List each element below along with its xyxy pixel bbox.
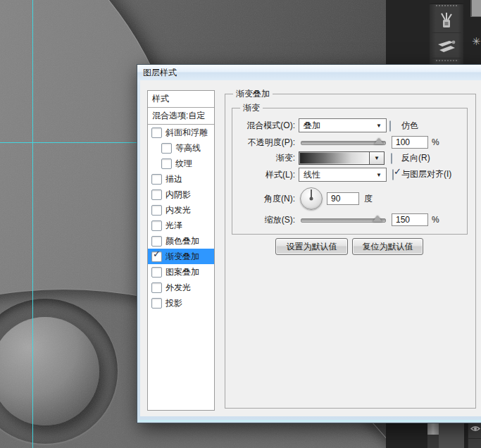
sidebar-item-label: 渐变叠加 (165, 251, 199, 263)
drop-shadow-checkbox[interactable] (151, 298, 162, 309)
dialog-content: 样式 混合选项:自定 斜面和浮雕 等高线 纹理 (140, 80, 481, 416)
icon-panel-dock (430, 0, 463, 64)
brush-presets-icon[interactable] (432, 34, 461, 58)
sidebar-item-color-overlay[interactable]: 颜色叠加 (148, 233, 214, 249)
check-icon: ✓ (153, 249, 161, 259)
scale-slider-thumb[interactable] (373, 216, 382, 222)
dock-header (430, 0, 463, 4)
gradient-subgroup-title: 渐变 (240, 103, 263, 113)
panel-corner-fragment (470, 0, 481, 17)
align-with-layer-checkbox[interactable]: ✓ (392, 169, 394, 180)
dither-label: 仿色 (401, 120, 418, 130)
opacity-unit: % (432, 137, 439, 147)
pattern-overlay-checkbox[interactable] (151, 267, 162, 278)
blend-mode-value: 叠加 (304, 120, 320, 132)
dialog-title: 图层样式 (143, 67, 177, 79)
eye-icon[interactable] (470, 425, 480, 433)
dock-grip-dots[interactable] (436, 60, 457, 61)
sidebar-item-blending-options[interactable]: 混合选项:自定 (148, 108, 214, 125)
style-select[interactable]: 线性 ▼ (299, 168, 387, 182)
sidebar-item-label: 等高线 (175, 142, 201, 154)
gradient-picker[interactable]: ▼ (299, 151, 385, 165)
starburst-icon[interactable]: ✳ (472, 35, 481, 48)
scale-unit: % (432, 215, 439, 225)
style-value: 线性 (304, 169, 320, 181)
chevron-down-icon: ▼ (376, 123, 382, 129)
sidebar-item-label: 光泽 (165, 220, 182, 232)
sidebar-item-label: 纹理 (175, 158, 192, 170)
opacity-input[interactable] (392, 136, 428, 149)
scale-input[interactable] (392, 213, 428, 226)
layers-panel-fragment (468, 422, 481, 448)
inner-glow-checkbox[interactable] (151, 205, 162, 216)
set-default-button[interactable]: 设置为默认值 (275, 238, 348, 255)
photoshop-workspace: ✳ 图层样式 样式 混合选项:自定 (0, 0, 481, 448)
tool-presets-icon[interactable] (432, 8, 461, 33)
angle-dial-hub (310, 197, 313, 201)
align-with-layer-label: 与图层对齐(I) (401, 169, 451, 179)
color-overlay-checkbox[interactable] (151, 236, 162, 247)
layer-style-dialog: 图层样式 样式 混合选项:自定 斜面和浮雕 等高线 (137, 64, 481, 423)
panel-fragment (439, 422, 464, 448)
reverse-label: 反向(R) (401, 153, 430, 163)
angle-dial[interactable] (300, 187, 323, 210)
gradient-preview[interactable] (299, 152, 369, 164)
blend-mode-select[interactable]: 叠加 ▼ (299, 118, 387, 132)
sidebar-item-contour[interactable]: 等高线 (148, 140, 214, 156)
reset-default-button[interactable]: 复位为默认值 (352, 238, 423, 255)
scale-label: 缩放(S): (230, 213, 295, 227)
dialog-bottom-frame (138, 420, 481, 422)
style-label: 样式(L): (230, 168, 295, 182)
styles-list: 样式 混合选项:自定 斜面和浮雕 等高线 纹理 (147, 90, 215, 411)
dock-grip-dots[interactable] (436, 5, 457, 6)
scrollbar-thumb[interactable] (427, 422, 439, 435)
sidebar-item-label: 外发光 (165, 282, 191, 294)
sidebar-item-label: 内发光 (165, 204, 191, 216)
angle-label: 角度(N): (230, 192, 295, 206)
sidebar-item-label: 斜面和浮雕 (165, 127, 208, 139)
gradient-dropdown-button[interactable]: ▼ (369, 152, 384, 164)
opacity-label: 不透明度(P): (230, 135, 295, 149)
blending-options-label: 混合选项:自定 (152, 110, 205, 122)
reverse-checkbox[interactable] (391, 153, 392, 164)
chevron-down-icon: ▼ (374, 155, 380, 161)
dither-checkbox[interactable] (389, 120, 391, 132)
sidebar-item-label: 图案叠加 (165, 266, 199, 278)
sidebar-item-label: 描边 (165, 173, 182, 185)
scrollbar-track[interactable] (427, 435, 439, 448)
gradient-overlay-checkbox[interactable]: ✓ (151, 251, 162, 262)
sidebar-item-outer-glow[interactable]: 外发光 (148, 280, 214, 295)
sidebar-item-texture[interactable]: 纹理 (148, 156, 214, 171)
angle-unit: 度 (364, 194, 373, 204)
vertical-guide[interactable] (32, 0, 33, 448)
sidebar-item-label: 颜色叠加 (165, 235, 199, 247)
sidebar-item-bevel-emboss[interactable]: 斜面和浮雕 (148, 125, 214, 140)
sidebar-item-stroke[interactable]: 描边 (148, 171, 214, 187)
contour-checkbox[interactable] (161, 143, 172, 154)
stroke-checkbox[interactable] (151, 174, 162, 185)
opacity-slider-track[interactable] (301, 141, 386, 145)
inner-shadow-checkbox[interactable] (151, 189, 162, 200)
blend-mode-label: 混合模式(O): (230, 118, 295, 132)
angle-input[interactable] (327, 192, 359, 205)
bevel-emboss-checkbox[interactable] (151, 127, 162, 138)
texture-checkbox[interactable] (161, 158, 172, 169)
satin-checkbox[interactable] (151, 220, 162, 231)
sidebar-item-inner-glow[interactable]: 内发光 (148, 202, 214, 218)
outer-glow-checkbox[interactable] (151, 282, 162, 293)
dialog-titlebar[interactable]: 图层样式 (137, 65, 481, 80)
sidebar-item-pattern-overlay[interactable]: 图案叠加 (148, 264, 214, 280)
sidebar-item-satin[interactable]: 光泽 (148, 218, 214, 233)
check-icon: ✓ (394, 167, 401, 176)
gradient-label: 渐变: (230, 151, 295, 165)
sidebar-item-label: 投影 (165, 297, 182, 309)
styles-list-header[interactable]: 样式 (148, 91, 214, 108)
panel-divider (468, 438, 481, 439)
styles-header-label: 样式 (152, 93, 169, 105)
sidebar-item-inner-shadow[interactable]: 内阴影 (148, 187, 214, 202)
gradient-overlay-group-title: 渐变叠加 (233, 89, 273, 99)
sidebar-item-label: 内阴影 (165, 189, 191, 201)
opacity-slider-thumb[interactable] (374, 138, 384, 144)
sidebar-item-gradient-overlay[interactable]: ✓ 渐变叠加 (148, 249, 214, 264)
sidebar-item-drop-shadow[interactable]: 投影 (148, 295, 214, 311)
